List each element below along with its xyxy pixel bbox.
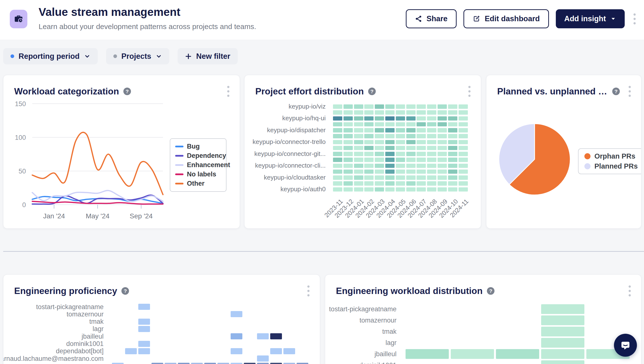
heatmap-cell bbox=[364, 104, 373, 109]
heatmap-cell bbox=[396, 104, 405, 109]
heatmap-cell bbox=[438, 146, 447, 150]
card-workload-categorization: Workload categorization ? 050100150Jan '… bbox=[3, 75, 240, 228]
legend-item[interactable]: Dependency bbox=[175, 152, 221, 160]
heatmap-cell bbox=[385, 176, 394, 180]
heatmap-cell bbox=[385, 146, 394, 150]
heatmap-cell bbox=[354, 134, 363, 138]
heatmap-cell bbox=[448, 164, 457, 168]
heatmap-cell bbox=[406, 110, 415, 115]
heatmap-cell bbox=[448, 152, 457, 156]
legend-swatch bbox=[584, 153, 590, 159]
heatmap-cell bbox=[354, 170, 363, 174]
y-tick-label: 0 bbox=[22, 201, 26, 208]
legend-label: Orphan PRs bbox=[594, 152, 635, 160]
heatmap-cell bbox=[354, 152, 363, 156]
heatmap-cell bbox=[375, 152, 384, 156]
briefcase-clock-glyph bbox=[14, 14, 24, 24]
heatmap-cell bbox=[438, 152, 447, 156]
chevron-down-icon bbox=[156, 53, 162, 60]
heatmap-cell bbox=[438, 116, 447, 121]
heatmap-cell bbox=[375, 104, 384, 109]
add-insight-button[interactable]: Add insight bbox=[556, 9, 625, 28]
dashboard-briefcase-icon bbox=[10, 10, 27, 28]
active-filter-dot bbox=[11, 54, 14, 58]
x-tick-label: May '24 bbox=[86, 212, 109, 220]
heatmap-cell bbox=[438, 170, 447, 174]
heatmap-cell bbox=[459, 158, 468, 162]
heatmap-cell bbox=[343, 152, 353, 156]
heatmap-cell bbox=[385, 158, 394, 162]
heatmap-cell bbox=[406, 104, 415, 109]
legend-item[interactable]: No labels bbox=[175, 170, 221, 178]
heatmap-cell bbox=[385, 152, 394, 156]
legend-item[interactable]: Orphan PRs bbox=[584, 152, 638, 160]
heatmap-cell bbox=[231, 333, 242, 339]
heatmap-cell bbox=[416, 164, 426, 168]
heatmap-cell bbox=[451, 349, 494, 359]
heatmap-cell bbox=[541, 338, 584, 348]
heatmap-cell bbox=[257, 333, 269, 339]
chat-widget-button[interactable] bbox=[614, 334, 637, 357]
heatmap-cell bbox=[459, 187, 468, 192]
reporting-period-filter[interactable]: Reporting period bbox=[3, 48, 98, 64]
heatmap-cell bbox=[354, 181, 363, 186]
heatmap-cell bbox=[333, 116, 342, 121]
heatmap-cell bbox=[459, 128, 468, 132]
legend-item[interactable]: Bug bbox=[175, 143, 221, 150]
legend-swatch bbox=[175, 174, 183, 175]
heatmap-cell bbox=[333, 104, 342, 109]
heatmap-cell bbox=[385, 134, 394, 138]
heatmap-cell bbox=[406, 122, 415, 126]
heatmap-cell bbox=[270, 333, 282, 339]
heatmap-cell bbox=[427, 176, 436, 180]
card-planned-vs-unplanned: Planned vs. unplanned work... ? Orphan P… bbox=[486, 75, 641, 228]
heatmap-cell bbox=[396, 128, 405, 132]
heatmap-cell bbox=[427, 158, 436, 162]
edit-dashboard-button[interactable]: Edit dashboard bbox=[464, 9, 549, 28]
engineering-proficiency-grid: tostart-pickagreatnametomazernourtmaklag… bbox=[4, 275, 320, 364]
heatmap-cell bbox=[396, 176, 405, 180]
heatmap-cell bbox=[396, 187, 405, 192]
heatmap-cell bbox=[416, 104, 426, 109]
heatmap-cell bbox=[416, 134, 426, 138]
heatmap-cell bbox=[438, 134, 447, 138]
heatmap-cell bbox=[416, 116, 426, 121]
heatmap-cell bbox=[343, 104, 353, 109]
heatmap-cell bbox=[416, 170, 426, 174]
legend-swatch bbox=[175, 146, 183, 147]
heatmap-cell bbox=[416, 176, 426, 180]
heatmap-cell bbox=[165, 363, 176, 364]
heatmap-cell bbox=[406, 176, 415, 180]
heatmap-cell bbox=[541, 327, 584, 336]
legend-swatch bbox=[175, 155, 183, 157]
heatmap-cell bbox=[354, 104, 363, 109]
heatmap-cell bbox=[541, 316, 584, 325]
heatmap-cell bbox=[406, 140, 415, 144]
heatmap-cell bbox=[448, 187, 457, 192]
share-button[interactable]: Share bbox=[406, 9, 457, 28]
legend-item[interactable]: Planned PRs bbox=[584, 162, 638, 170]
row-label: jbailleul bbox=[325, 350, 396, 358]
heatmap-cell bbox=[333, 181, 342, 186]
chevron-down-icon bbox=[84, 53, 90, 60]
heatmap-cell bbox=[416, 158, 426, 162]
legend-item[interactable]: Other bbox=[175, 180, 221, 187]
heatmap-cell bbox=[231, 363, 242, 364]
page-subtitle: Learn about your development patterns ac… bbox=[39, 22, 256, 31]
heatmap-cell bbox=[427, 140, 436, 144]
heatmap-cell bbox=[459, 181, 468, 186]
legend-item[interactable]: Enhancement bbox=[175, 161, 221, 169]
row-label: tomazernour bbox=[325, 317, 396, 324]
heatmap-cell bbox=[364, 158, 373, 162]
heatmap-cell bbox=[416, 181, 426, 186]
heatmap-cell bbox=[375, 116, 384, 121]
projects-filter[interactable]: Projects bbox=[106, 48, 169, 64]
heatmap-cell bbox=[396, 122, 405, 126]
row-label: tmak bbox=[3, 318, 104, 326]
projects-label: Projects bbox=[121, 52, 151, 61]
heatmap-cell bbox=[343, 110, 353, 115]
header-kebab-menu-icon[interactable] bbox=[631, 11, 638, 27]
new-filter-button[interactable]: New filter bbox=[178, 48, 238, 64]
heatmap-cell bbox=[396, 164, 405, 168]
project-effort-heatmap: keypup-io/vizkeypup-io/hq-uikeypup-io/di… bbox=[245, 75, 481, 228]
